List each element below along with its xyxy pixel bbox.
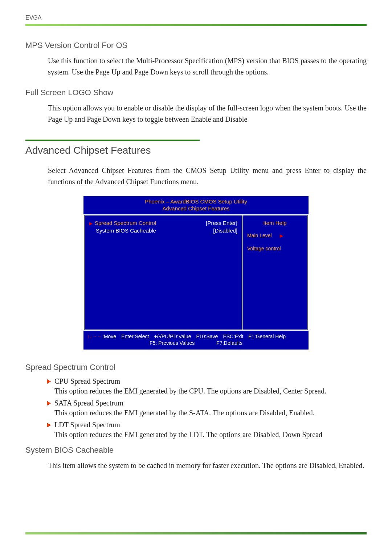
bios-voltage-control: Voltage control [247, 246, 303, 251]
section-intro-acf: Select Advanced Chipset Features from th… [48, 165, 367, 187]
bios-f10-label: F10:Save [196, 334, 218, 339]
triangle-icon: ▶ [280, 233, 283, 238]
bios-footer: ↑↓→←:Move Enter:Select +/-/PU/PD:Value F… [83, 331, 309, 350]
bios-left-panel: Spread Spectrum Control [Press Enter] Sy… [85, 215, 242, 330]
section-body-sbc: This item allows the system to be cached… [48, 460, 367, 471]
arrows-icon: ↑↓→← [87, 334, 102, 339]
bullet-head: CPU Spread Spectrum [48, 377, 367, 385]
bullet-head-text: LDT Spread Spectrum [54, 421, 120, 429]
bios-f5-label: F5: Previous Values [150, 340, 195, 346]
section-title-logo: Full Screen LOGO Show [25, 88, 367, 97]
bios-screenshot: Phoenix – AwardBIOS CMOS Setup Utility A… [83, 196, 309, 350]
bios-row-label: Spread Spectrum Control [89, 220, 156, 226]
section-title-mps: MPS Version Control For OS [25, 41, 367, 50]
bullet-body: This option reduces the EMI generated by… [54, 431, 367, 439]
bios-footer-row1: ↑↓→←:Move Enter:Select +/-/PU/PD:Value F… [87, 334, 305, 339]
bios-row-spread-spectrum[interactable]: Spread Spectrum Control [Press Enter] [89, 220, 237, 226]
bottom-divider [25, 532, 367, 534]
bios-title-line1: Phoenix – AwardBIOS CMOS Setup Utility [83, 196, 309, 205]
bios-esc-label: ESC:Exit [223, 334, 243, 339]
bullet-sata-spread: SATA Spread Spectrum This option reduces… [48, 399, 367, 417]
section-underline [25, 140, 200, 141]
bios-row-value: [Press Enter] [206, 220, 237, 226]
bios-help-title: Item Help [247, 220, 303, 226]
bios-title-line2: Advanced Chipset Features [83, 205, 309, 214]
section-body-logo: This option allows you to enable or disa… [48, 102, 367, 125]
bullet-head: LDT Spread Spectrum [48, 421, 367, 429]
bios-main-panel: Spread Spectrum Control [Press Enter] Sy… [83, 214, 309, 331]
brand-label: EVGA [25, 15, 367, 21]
bios-main-level: Main Level ▶ [247, 233, 303, 238]
bios-enter-label: Enter:Select [121, 334, 149, 339]
bios-footer-row2: F5: Previous Values F7:Defaults [87, 340, 305, 346]
bullet-head-text: SATA Spread Spectrum [54, 399, 123, 407]
section-title-sbc: System BIOS Cacheable [25, 445, 367, 455]
bullet-head-text: CPU Spread Spectrum [54, 377, 120, 385]
bullet-cpu-spread: CPU Spread Spectrum This option reduces … [48, 377, 367, 395]
section-title-ssc: Spread Spectrum Control [25, 363, 367, 372]
section-body-mps: Use this function to select the Multi-Pr… [48, 55, 367, 78]
bios-row-bios-cacheable[interactable]: System BIOS Cacheable [Disabled] [89, 227, 237, 234]
bullet-body: This option reduces the EMI generated by… [54, 387, 367, 395]
bios-row-value: [Disabled] [213, 227, 237, 234]
bios-f1-label: F1:General Help [248, 334, 286, 339]
bios-move-label: :Move [102, 334, 116, 339]
bios-main-level-label: Main Level [247, 233, 272, 238]
bullet-head: SATA Spread Spectrum [48, 399, 367, 407]
bios-pupd-label: +/-/PU/PD:Value [154, 334, 191, 339]
bios-help-panel: Item Help Main Level ▶ Voltage control [242, 215, 307, 330]
bullet-ldt-spread: LDT Spread Spectrum This option reduces … [48, 421, 367, 439]
top-divider [25, 24, 367, 26]
bios-row-label: System BIOS Cacheable [89, 227, 156, 234]
bullet-body: This option reduces the EMI generated by… [54, 409, 367, 417]
section-title-acf: Advanced Chipset Features [25, 145, 367, 156]
bios-f7-label: F7:Defaults [216, 340, 242, 346]
